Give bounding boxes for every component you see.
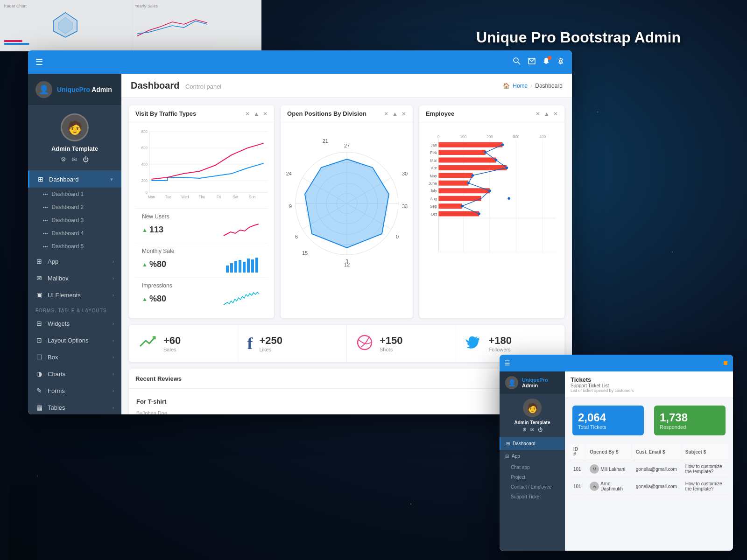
ui-icon: ▣ — [35, 291, 43, 299]
card-close-icon[interactable]: ✕ — [536, 111, 540, 117]
svg-point-88 — [472, 174, 474, 176]
chevron-icon: ▼ — [109, 177, 114, 182]
table-row: 101 M Mili Lakhani gonelia@gmail.com How… — [570, 461, 728, 477]
traffic-card-body: 800 600 400 200 0 — [129, 122, 274, 318]
profile-mail-icon[interactable]: ✉ — [72, 156, 77, 163]
svg-rect-83 — [438, 211, 479, 217]
table-header-id: ID # — [570, 444, 585, 460]
employee-card-title: Employee — [426, 110, 454, 117]
sidebar-item-app[interactable]: ⊞ App › — [28, 253, 121, 270]
sidebar-item-label: UI Elements — [48, 292, 108, 299]
mini-stat-sales: Monthly Sale ▲ %80 — [135, 243, 268, 278]
ticket-email: gonelia@gmail.com — [632, 478, 681, 495]
chevron-icon: › — [113, 259, 114, 264]
panel2-stat-total: 2,064 Total Tickets — [572, 406, 644, 435]
chevron-icon: › — [113, 293, 114, 298]
sub-dot-icon: ••• — [43, 192, 48, 197]
sub-item-label: Dashboard 4 — [52, 230, 84, 237]
arrow-icon: ▲ — [142, 261, 148, 268]
svg-text:200: 200 — [486, 135, 493, 139]
card-up-icon[interactable]: ▲ — [254, 111, 259, 117]
svg-text:Feb: Feb — [430, 151, 437, 155]
traffic-card-header: Visit By Traffic Types ✕ ▲ ✕ — [129, 105, 274, 122]
employee-card-header: Employee ✕ ▲ ✕ — [419, 105, 564, 122]
svg-point-2 — [514, 58, 518, 63]
panel2-stat-value: 1,738 — [660, 411, 720, 424]
profile-name: Admin Template — [35, 145, 114, 152]
ticket-subject: How to customize the template? — [682, 478, 728, 495]
table-header-email: Cust. Email $ — [632, 444, 681, 460]
svg-text:Sun: Sun — [249, 194, 256, 199]
sidebar-item-charts[interactable]: ◑ Charts › — [28, 365, 121, 382]
sidebar-item-forms[interactable]: ✎ Forms › — [28, 382, 121, 399]
sub-item-dashboard3[interactable]: ••• Dashboard 3 — [28, 214, 121, 227]
secondary-admin-panel: ☰ 👤 UniquePro Admin 🧑 Admin Template ⚙ ✉… — [500, 355, 733, 551]
profile-power-icon[interactable]: ⏻ — [83, 156, 89, 163]
card-up-icon[interactable]: ▲ — [544, 111, 550, 117]
profile-avatar: 🧑 — [61, 113, 89, 141]
svg-point-91 — [507, 197, 510, 199]
mail-icon[interactable] — [528, 58, 536, 66]
sub-item-dashboard1[interactable]: ••• Dashboard 1 — [28, 188, 121, 201]
card-up-icon[interactable]: ▲ — [392, 111, 398, 117]
profile-settings-icon[interactable]: ⚙ — [61, 156, 66, 163]
svg-text:Oct: Oct — [431, 212, 437, 217]
svg-text:33: 33 — [402, 203, 408, 209]
panel2-sub-chat[interactable]: Chat app — [500, 462, 565, 472]
panel2-toggle[interactable]: ☰ — [504, 359, 510, 367]
sidebar-item-label: Tables — [48, 404, 108, 411]
sidebar-item-dashboard[interactable]: ⊞ Dashboard ▼ — [28, 171, 121, 188]
svg-text:6: 6 — [295, 234, 297, 239]
card-close-icon[interactable]: ✕ — [384, 111, 388, 117]
card-expand-icon[interactable]: ✕ — [263, 111, 268, 117]
ticket-name: Arno Dashmukh — [600, 481, 627, 491]
sub-item-dashboard2[interactable]: ••• Dashboard 2 — [28, 201, 121, 214]
breadcrumb-current: Dashboard — [535, 83, 563, 89]
panel2-menu-app[interactable]: ⊟ App — [500, 450, 565, 462]
panel2-menu-dashboard[interactable]: ⊞ Dashboard — [500, 437, 565, 450]
sidebar-item-ui[interactable]: ▣ UI Elements › — [28, 287, 121, 303]
panel2-stats: 2,064 Total Tickets 1,738 Responded — [565, 398, 733, 443]
panel2-menu-label: App — [512, 454, 520, 459]
card-expand-icon[interactable]: ✕ — [553, 111, 558, 117]
panel2-sub-project[interactable]: Project — [500, 472, 565, 482]
panel2-settings-icon[interactable]: ⚙ — [522, 427, 527, 432]
panel2-sub-contact[interactable]: Contact / Employee — [500, 482, 565, 492]
card-close-icon[interactable]: ✕ — [245, 111, 250, 117]
sidebar-item-widgets[interactable]: ⊟ Widgets › — [28, 315, 121, 332]
box-icon: ☐ — [35, 353, 43, 361]
panel2-mail-icon[interactable]: ✉ — [530, 427, 534, 432]
gear-icon[interactable] — [557, 57, 564, 67]
panel2-page-header: Tickets Support Ticket List List of tick… — [565, 371, 733, 398]
positions-card-body: 27 30 33 0 3 6 9 24 21 — [281, 122, 413, 280]
sub-item-label: Dashboard 2 — [52, 204, 84, 210]
tables-icon: ▦ — [35, 404, 43, 411]
page-subtitle: Control panel — [185, 83, 221, 90]
sidebar-toggle[interactable]: ☰ — [35, 57, 43, 67]
chevron-icon: › — [113, 405, 114, 410]
sidebar-item-layout[interactable]: ⊡ Layout Options › — [28, 332, 121, 349]
mini-stat-impressions: Impressions ▲ %80 — [135, 278, 268, 312]
sidebar-item-tables[interactable]: ▦ Tables › — [28, 399, 121, 414]
svg-marker-42 — [305, 159, 389, 248]
breadcrumb-home[interactable]: Home — [513, 83, 528, 89]
sidebar-item-mailbox[interactable]: ✉ Mailbox › — [28, 270, 121, 287]
sub-item-dashboard5[interactable]: ••• Dashboard 5 — [28, 240, 121, 253]
stat-label: Followers — [489, 347, 512, 352]
tickets-table: ID # Opened By $ Cust. Email $ Subject $… — [569, 443, 729, 496]
svg-text:June: June — [429, 182, 437, 186]
card-expand-icon[interactable]: ✕ — [402, 111, 406, 117]
panel2-power-icon[interactable]: ⏻ — [538, 427, 543, 432]
sidebar-item-label: Box — [48, 354, 108, 361]
svg-point-89 — [467, 182, 469, 184]
svg-point-86 — [495, 159, 497, 161]
bell-icon[interactable] — [543, 57, 550, 67]
svg-rect-31 — [251, 259, 254, 273]
sidebar-item-box[interactable]: ☐ Box › — [28, 349, 121, 365]
sub-item-dashboard4[interactable]: ••• Dashboard 4 — [28, 227, 121, 240]
mailbox-icon: ✉ — [35, 274, 43, 282]
search-icon[interactable] — [513, 57, 521, 67]
panel2-menu-label: Dashboard — [513, 441, 536, 446]
panel2-sub-ticket[interactable]: Support Ticket — [500, 492, 565, 502]
panel2-sidebar: 👤 UniquePro Admin 🧑 Admin Template ⚙ ✉ ⏻… — [500, 371, 565, 551]
